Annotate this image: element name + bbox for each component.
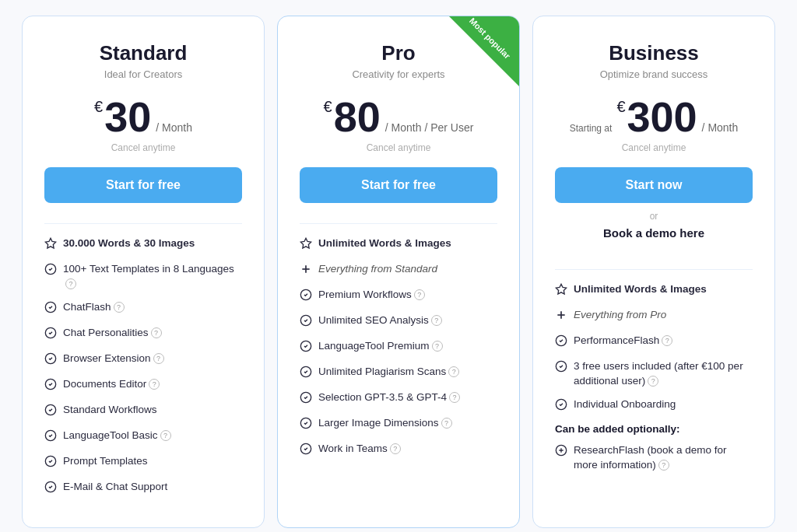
help-icon[interactable]: ? xyxy=(390,443,401,454)
help-icon[interactable]: ? xyxy=(151,327,162,338)
feature-text: PerformanceFlash? xyxy=(574,334,672,348)
cta-button-pro[interactable]: Start for free xyxy=(300,167,497,203)
feature-item: Unlimited Words & Images xyxy=(300,236,497,254)
feature-text: Premium Workflows? xyxy=(318,288,425,303)
cancel-text-standard: Cancel anytime xyxy=(44,142,242,153)
feature-item: Chat Personalities? xyxy=(44,326,242,343)
feature-text: Unlimited Words & Images xyxy=(574,282,707,297)
divider-standard xyxy=(44,223,242,224)
feature-list-standard: 30.000 Words & 30 Images 100+ Text Templ… xyxy=(44,236,242,506)
feature-item: Individual Onboarding xyxy=(555,397,753,415)
feature-icon-check xyxy=(44,327,57,343)
price-period-pro: / Month / Per User xyxy=(385,121,474,134)
feature-icon-check xyxy=(300,289,312,305)
price-starting-business: Starting at xyxy=(570,123,613,134)
feature-text: Larger Image Dimensions? xyxy=(318,416,452,431)
feature-text: Browser Extension? xyxy=(63,352,164,366)
feature-list-business: Unlimited Words & Images Everything from… xyxy=(555,282,753,506)
feature-item: LanguageTool Basic? xyxy=(44,429,242,446)
feature-item: Standard Workflows xyxy=(44,403,242,420)
svg-marker-10 xyxy=(300,238,311,248)
feature-text: ChatFlash? xyxy=(63,300,125,315)
feature-list-pro: Unlimited Words & Images Everything from… xyxy=(300,236,497,506)
help-icon[interactable]: ? xyxy=(448,366,459,377)
feature-item: Unlimited Plagiarism Scans? xyxy=(300,365,497,382)
feature-icon-check xyxy=(44,455,57,471)
feature-item: Work in Teams? xyxy=(300,442,497,459)
svg-marker-20 xyxy=(556,284,566,294)
plan-card-business: BusinessOptimize brand successStarting a… xyxy=(532,16,775,528)
plan-title-standard: Standard xyxy=(44,41,242,65)
help-icon[interactable]: ? xyxy=(65,278,76,289)
pricing-container: StandardIdeal for Creators€30/ MonthCanc… xyxy=(16,16,781,528)
feature-text: 3 free users included (after €100 per ad… xyxy=(574,359,753,389)
help-icon[interactable]: ? xyxy=(648,376,658,387)
price-currency-business: € xyxy=(616,99,625,114)
feature-section-business-5: Can be added optionally: xyxy=(555,423,753,435)
help-icon[interactable]: ? xyxy=(441,418,452,429)
feature-item: ResearchFlash (book a demo for more info… xyxy=(555,443,753,473)
feature-text: Individual Onboarding xyxy=(574,397,676,412)
help-icon[interactable]: ? xyxy=(658,460,669,471)
feature-icon-check xyxy=(44,301,57,317)
feature-text: E-Mail & Chat Support xyxy=(63,480,167,495)
feature-text: Everything from Standard xyxy=(318,262,437,277)
feature-item: PerformanceFlash? xyxy=(555,334,753,351)
help-icon[interactable]: ? xyxy=(153,353,164,364)
help-icon[interactable]: ? xyxy=(414,289,425,300)
cancel-text-pro: Cancel anytime xyxy=(300,142,497,153)
most-popular-badge: Most popular xyxy=(449,16,519,86)
feature-item: ChatFlash? xyxy=(44,300,242,317)
feature-text: Documents Editor? xyxy=(63,377,160,392)
feature-icon-check xyxy=(44,378,57,394)
help-icon[interactable]: ? xyxy=(432,341,443,352)
cta-button-business[interactable]: Start now xyxy=(555,167,753,203)
price-area-pro: €80/ Month / Per User xyxy=(300,96,497,138)
feature-icon-circle-plus xyxy=(555,444,567,460)
price-period-standard: / Month xyxy=(156,121,192,134)
svg-marker-0 xyxy=(45,238,55,248)
feature-text: 30.000 Words & 30 Images xyxy=(63,236,195,251)
feature-icon-star xyxy=(44,237,57,254)
help-icon[interactable]: ? xyxy=(662,335,672,346)
price-currency-standard: € xyxy=(94,99,103,114)
plan-card-pro: Most popularProCreativity for experts€80… xyxy=(277,16,520,528)
help-icon[interactable]: ? xyxy=(114,302,125,313)
divider-business xyxy=(555,269,753,270)
feature-icon-star xyxy=(300,237,312,254)
feature-icon-check xyxy=(300,443,312,459)
help-icon[interactable]: ? xyxy=(160,430,171,441)
feature-item: Everything from Pro xyxy=(555,308,753,325)
price-period-business: / Month xyxy=(702,121,739,134)
feature-text: Standard Workflows xyxy=(63,403,157,418)
feature-text: Prompt Templates xyxy=(63,454,148,469)
feature-item: Unlimited SEO Analysis? xyxy=(300,313,497,331)
feature-text: LanguageTool Basic? xyxy=(63,429,171,443)
feature-text: Chat Personalities? xyxy=(63,326,162,341)
feature-text: ResearchFlash (book a demo for more info… xyxy=(574,443,753,473)
feature-item: Selection GPT-3.5 & GPT-4? xyxy=(300,390,497,408)
price-area-business: Starting at€300/ Month xyxy=(555,96,753,138)
feature-item: 3 free users included (after €100 per ad… xyxy=(555,359,753,389)
feature-item: Prompt Templates xyxy=(44,454,242,471)
feature-text: 100+ Text Templates in 8 Languages? xyxy=(63,262,242,292)
plan-subtitle-business: Optimize brand success xyxy=(555,68,753,80)
feature-icon-check xyxy=(300,417,312,433)
cta-button-standard[interactable]: Start for free xyxy=(44,167,242,203)
feature-icon-star xyxy=(555,283,567,299)
help-icon[interactable]: ? xyxy=(449,392,460,403)
feature-icon-plus xyxy=(555,309,567,325)
feature-text: Work in Teams? xyxy=(318,442,401,457)
divider-pro xyxy=(300,223,497,224)
feature-icon-check xyxy=(300,340,312,356)
price-area-standard: €30/ Month xyxy=(44,96,242,138)
feature-text: Unlimited Words & Images xyxy=(318,236,451,251)
cancel-text-business: Cancel anytime xyxy=(555,142,753,153)
help-icon[interactable]: ? xyxy=(149,379,160,390)
price-number-business: 300 xyxy=(627,96,697,138)
book-demo-link-business[interactable]: Book a demo here xyxy=(555,226,753,240)
feature-item: 30.000 Words & 30 Images xyxy=(44,236,242,254)
help-icon[interactable]: ? xyxy=(431,315,442,326)
feature-item: Everything from Standard xyxy=(300,262,497,279)
feature-text: Unlimited Plagiarism Scans? xyxy=(318,365,459,380)
